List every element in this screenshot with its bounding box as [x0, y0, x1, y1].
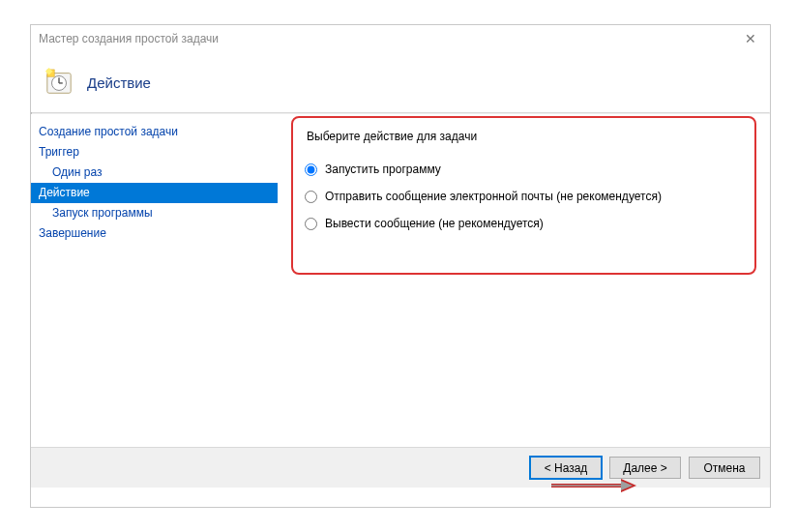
task-wizard-icon [44, 68, 74, 97]
action-option-label: Отправить сообщение электронной почты (н… [325, 190, 662, 203]
action-option-0[interactable]: Запустить программу [305, 163, 753, 176]
sidebar-item-1[interactable]: Триггер [31, 142, 278, 163]
action-option-label: Запустить программу [325, 163, 441, 176]
button-bar: < Назад Далее > Отмена [31, 447, 770, 488]
page-title: Действие [87, 74, 151, 91]
action-options: Запустить программуОтправить сообщение э… [303, 163, 753, 230]
wizard-sidebar: Создание простой задачиТриггерОдин разДе… [31, 114, 278, 447]
wizard-body: Создание простой задачиТриггерОдин разДе… [31, 114, 770, 447]
sidebar-item-5[interactable]: Завершение [31, 223, 278, 244]
action-option-label: Вывести сообщение (не рекомендуется) [325, 217, 544, 230]
action-radio-1[interactable] [305, 191, 317, 203]
wizard-dialog: Мастер создания простой задачи ✕ Действи… [30, 24, 771, 508]
action-prompt: Выберите действие для задачи [307, 130, 753, 143]
wizard-header: Действие [31, 52, 770, 112]
close-icon[interactable]: ✕ [739, 29, 762, 48]
cancel-button[interactable]: Отмена [689, 457, 760, 479]
window-title: Мастер создания простой задачи [39, 32, 219, 45]
action-radio-2[interactable] [305, 218, 317, 230]
action-option-2[interactable]: Вывести сообщение (не рекомендуется) [305, 217, 753, 230]
sidebar-item-3[interactable]: Действие [31, 183, 278, 203]
wizard-content: Выберите действие для задачи Запустить п… [278, 114, 770, 447]
sidebar-item-0[interactable]: Создание простой задачи [31, 122, 278, 142]
back-button[interactable]: < Назад [530, 457, 602, 479]
action-radio-0[interactable] [305, 163, 317, 176]
next-button[interactable]: Далее > [609, 457, 681, 479]
sidebar-item-2[interactable]: Один раз [31, 163, 278, 183]
titlebar: Мастер создания простой задачи ✕ [31, 25, 770, 52]
sidebar-item-4[interactable]: Запуск программы [31, 203, 278, 223]
action-option-1[interactable]: Отправить сообщение электронной почты (н… [305, 190, 753, 203]
